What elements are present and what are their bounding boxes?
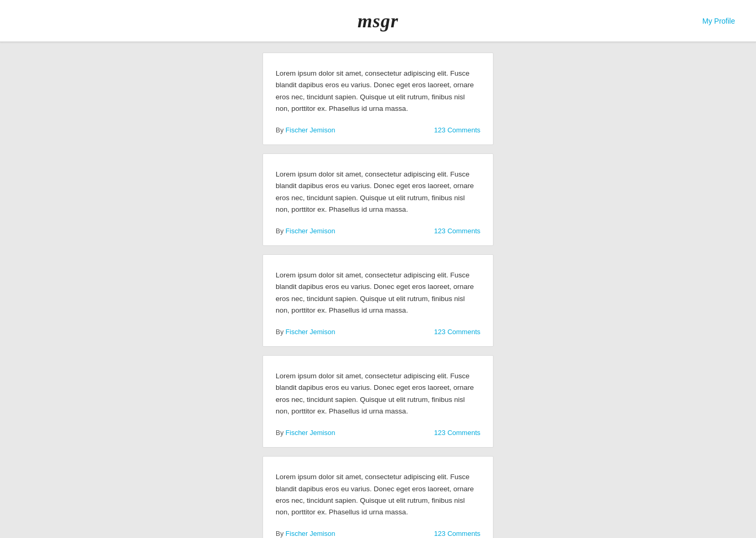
post-comments-link[interactable]: 123 Comments	[434, 530, 480, 537]
post-card: Lorem ipsum dolor sit amet, consectetur …	[262, 153, 494, 246]
post-body: Lorem ipsum dolor sit amet, consectetur …	[276, 68, 480, 115]
site-header: msgr My Profile	[0, 0, 756, 42]
post-footer: By Fischer Jemison123 Comments	[276, 429, 480, 437]
post-body: Lorem ipsum dolor sit amet, consectetur …	[276, 370, 480, 417]
post-author-link[interactable]: Fischer Jemison	[286, 530, 335, 537]
post-comments-link[interactable]: 123 Comments	[434, 126, 480, 134]
post-author-label: By Fischer Jemison	[276, 328, 335, 336]
post-card: Lorem ipsum dolor sit amet, consectetur …	[262, 355, 494, 448]
post-card: Lorem ipsum dolor sit amet, consectetur …	[262, 456, 494, 538]
post-comments-link[interactable]: 123 Comments	[434, 429, 480, 437]
post-author-label: By Fischer Jemison	[276, 126, 335, 134]
post-body: Lorem ipsum dolor sit amet, consectetur …	[276, 169, 480, 215]
posts-feed: Lorem ipsum dolor sit amet, consectetur …	[262, 42, 494, 538]
post-comments-link[interactable]: 123 Comments	[434, 227, 480, 235]
post-body: Lorem ipsum dolor sit amet, consectetur …	[276, 270, 480, 316]
post-footer: By Fischer Jemison123 Comments	[276, 328, 480, 336]
post-comments-link[interactable]: 123 Comments	[434, 328, 480, 336]
post-card: Lorem ipsum dolor sit amet, consectetur …	[262, 254, 494, 347]
post-author-label: By Fischer Jemison	[276, 530, 335, 537]
post-author-link[interactable]: Fischer Jemison	[286, 227, 335, 235]
post-author-label: By Fischer Jemison	[276, 227, 335, 235]
post-body: Lorem ipsum dolor sit amet, consectetur …	[276, 471, 480, 518]
post-author-link[interactable]: Fischer Jemison	[286, 328, 335, 336]
post-author-label: By Fischer Jemison	[276, 429, 335, 437]
post-footer: By Fischer Jemison123 Comments	[276, 530, 480, 537]
post-author-link[interactable]: Fischer Jemison	[286, 429, 335, 437]
my-profile-link[interactable]: My Profile	[702, 17, 735, 25]
post-footer: By Fischer Jemison123 Comments	[276, 126, 480, 134]
post-footer: By Fischer Jemison123 Comments	[276, 227, 480, 235]
post-card: Lorem ipsum dolor sit amet, consectetur …	[262, 53, 494, 145]
site-logo: msgr	[358, 10, 398, 32]
post-author-link[interactable]: Fischer Jemison	[286, 126, 335, 134]
